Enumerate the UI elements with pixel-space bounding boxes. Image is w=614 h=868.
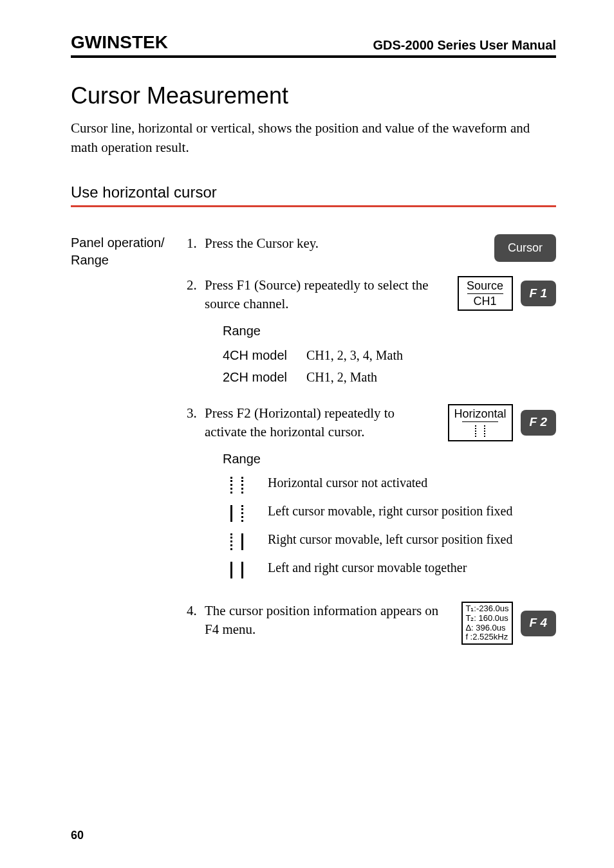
page-header: GWINSTEK GDS-2000 Series User Manual xyxy=(71,32,556,58)
left-column-label: Panel operation/ Range xyxy=(71,234,187,660)
range-row: Left cursor movable, right cursor positi… xyxy=(223,503,556,522)
range-desc: Right cursor movable, left cursor positi… xyxy=(268,531,556,548)
range-desc: Left cursor movable, right cursor positi… xyxy=(268,503,556,520)
cursor-state-icon xyxy=(223,503,251,522)
horizontal-cursor-icon xyxy=(475,425,485,437)
f1-button: F 1 xyxy=(521,281,556,306)
f4-button: F 4 xyxy=(521,611,556,636)
osd-label: Source xyxy=(467,279,503,293)
cursor-state-icon xyxy=(223,474,251,494)
step-text: The cursor position information appears … xyxy=(205,602,450,640)
info-line: f :2.525kHz xyxy=(465,633,508,642)
osd-label: Horizontal xyxy=(454,407,507,421)
step-number: 3. xyxy=(187,404,205,423)
cursor-range-table: Horizontal cursor not activated Left cur… xyxy=(223,474,556,578)
range-desc: Horizontal cursor not activated xyxy=(268,474,556,492)
spec-key: 2CH model xyxy=(223,368,306,386)
osd-value: CH1 xyxy=(474,295,497,308)
info-line: T₁:-236.0us xyxy=(465,604,508,614)
left-label-line1: Panel operation/ xyxy=(71,234,187,252)
step-1: 1. Press the Cursor key. Cursor xyxy=(187,234,556,262)
step-3: 3. Press F2 (Horizontal) repeatedly to a… xyxy=(187,404,556,587)
range-row: Left and right cursor movable together xyxy=(223,559,556,578)
cursor-key-button: Cursor xyxy=(494,234,556,262)
brand-logo: GWINSTEK xyxy=(71,32,168,53)
cursor-state-icon xyxy=(223,531,251,550)
spec-row: 4CH model CH1, 2, 3, 4, Math xyxy=(223,346,556,364)
left-label-line2: Range xyxy=(71,252,187,269)
spec-value: CH1, 2, 3, 4, Math xyxy=(306,346,403,364)
step-text: Press the Cursor key. xyxy=(205,234,483,253)
intro-paragraph: Cursor line, horizontal or vertical, sho… xyxy=(71,118,556,158)
range-row: Right cursor movable, left cursor positi… xyxy=(223,531,556,550)
f2-button: F 2 xyxy=(521,410,556,436)
osd-divider xyxy=(467,293,503,294)
range-label: Range xyxy=(223,322,556,340)
range-row: Horizontal cursor not activated xyxy=(223,474,556,494)
step-2: 2. Press F1 (Source) repeatedly to selec… xyxy=(187,276,556,390)
step-text: Press F2 (Horizontal) repeatedly to acti… xyxy=(205,404,436,442)
cursor-info-box: T₁:-236.0us T₂: 160.0us Δ: 396.0us f :2.… xyxy=(461,602,512,645)
spec-value: CH1, 2, Math xyxy=(306,368,377,386)
spec-key: 4CH model xyxy=(223,346,306,364)
source-osd-box: Source CH1 xyxy=(458,276,513,311)
manual-title: GDS-2000 Series User Manual xyxy=(373,38,556,53)
info-line: Δ: 396.0us xyxy=(465,623,508,633)
osd-divider xyxy=(462,421,498,422)
spec-row: 2CH model CH1, 2, Math xyxy=(223,368,556,386)
info-line: T₂: 160.0us xyxy=(465,614,508,623)
horizontal-osd-box: Horizontal xyxy=(448,404,513,441)
page-title: Cursor Measurement xyxy=(71,82,556,109)
step-text: Press F1 (Source) repeatedly to select t… xyxy=(205,276,446,314)
page-number: 60 xyxy=(71,829,84,842)
range-label: Range xyxy=(223,450,556,468)
range-desc: Left and right cursor movable together xyxy=(268,559,556,577)
step-4: 4. The cursor position information appea… xyxy=(187,602,556,645)
cursor-state-icon xyxy=(223,559,251,578)
step-number: 2. xyxy=(187,276,205,295)
step-number: 1. xyxy=(187,234,205,253)
step-number: 4. xyxy=(187,602,205,620)
steps-column: 1. Press the Cursor key. Cursor 2. Press… xyxy=(187,234,556,660)
section-heading: Use horizontal cursor xyxy=(71,183,556,207)
